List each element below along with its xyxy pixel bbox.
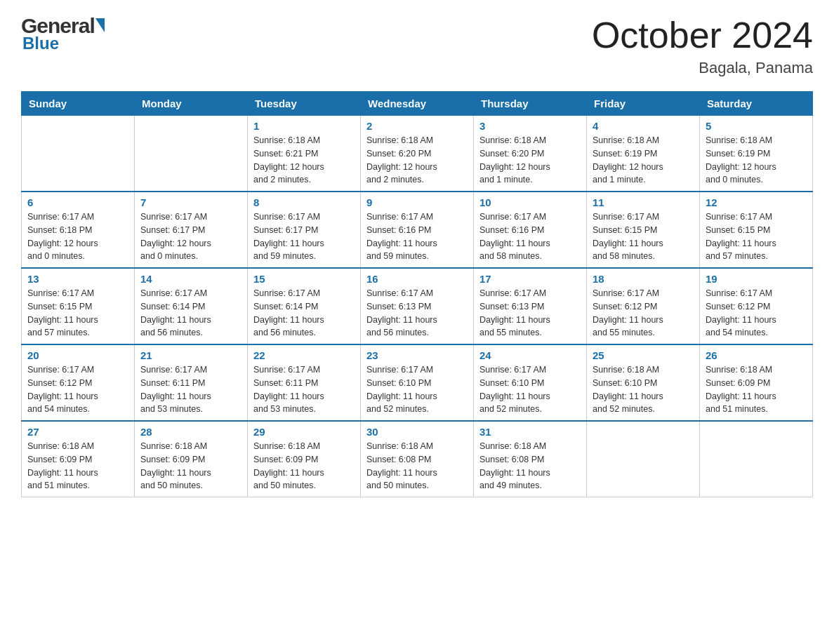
calendar-cell: 10Sunrise: 6:17 AM Sunset: 6:16 PM Dayli… [474, 192, 587, 268]
day-info: Sunrise: 6:17 AM Sunset: 6:12 PM Dayligh… [593, 287, 694, 340]
day-number: 5 [706, 120, 807, 132]
day-number: 8 [253, 196, 355, 208]
calendar-header-wednesday: Wednesday [361, 92, 474, 116]
day-number: 24 [479, 349, 581, 361]
calendar-header-saturday: Saturday [700, 92, 813, 116]
day-info: Sunrise: 6:17 AM Sunset: 6:13 PM Dayligh… [366, 287, 468, 340]
day-number: 30 [366, 426, 468, 438]
calendar-cell: 11Sunrise: 6:17 AM Sunset: 6:15 PM Dayli… [587, 192, 700, 268]
day-number: 26 [706, 349, 807, 361]
day-number: 20 [27, 349, 128, 361]
day-info: Sunrise: 6:17 AM Sunset: 6:15 PM Dayligh… [27, 287, 128, 340]
calendar-header-row: SundayMondayTuesdayWednesdayThursdayFrid… [22, 92, 813, 116]
day-number: 21 [140, 349, 241, 361]
calendar-cell: 2Sunrise: 6:18 AM Sunset: 6:20 PM Daylig… [361, 116, 474, 192]
calendar-cell [135, 116, 248, 192]
day-info: Sunrise: 6:17 AM Sunset: 6:15 PM Dayligh… [593, 210, 694, 263]
calendar-header-thursday: Thursday [474, 92, 587, 116]
day-number: 14 [140, 273, 241, 285]
calendar-cell: 1Sunrise: 6:18 AM Sunset: 6:21 PM Daylig… [248, 116, 361, 192]
page-header: General Blue October 2024 Bagala, Panama [21, 14, 813, 77]
calendar-cell: 23Sunrise: 6:17 AM Sunset: 6:10 PM Dayli… [361, 344, 474, 421]
calendar-cell: 6Sunrise: 6:17 AM Sunset: 6:18 PM Daylig… [22, 192, 135, 268]
day-info: Sunrise: 6:17 AM Sunset: 6:14 PM Dayligh… [253, 287, 355, 340]
day-number: 31 [479, 426, 581, 438]
day-info: Sunrise: 6:17 AM Sunset: 6:10 PM Dayligh… [366, 363, 468, 416]
calendar-cell: 25Sunrise: 6:18 AM Sunset: 6:10 PM Dayli… [587, 344, 700, 421]
day-number: 9 [366, 196, 468, 208]
day-info: Sunrise: 6:18 AM Sunset: 6:08 PM Dayligh… [366, 440, 468, 492]
day-info: Sunrise: 6:17 AM Sunset: 6:12 PM Dayligh… [27, 363, 128, 416]
day-info: Sunrise: 6:18 AM Sunset: 6:20 PM Dayligh… [366, 134, 468, 187]
day-number: 10 [479, 196, 581, 208]
calendar-week-5: 27Sunrise: 6:18 AM Sunset: 6:09 PM Dayli… [22, 421, 813, 497]
day-number: 17 [479, 273, 581, 285]
day-info: Sunrise: 6:18 AM Sunset: 6:09 PM Dayligh… [706, 363, 807, 416]
day-number: 2 [366, 120, 468, 132]
calendar-cell: 30Sunrise: 6:18 AM Sunset: 6:08 PM Dayli… [361, 421, 474, 497]
day-number: 7 [140, 196, 241, 208]
day-number: 25 [593, 349, 694, 361]
day-info: Sunrise: 6:18 AM Sunset: 6:19 PM Dayligh… [593, 134, 694, 187]
calendar-cell: 29Sunrise: 6:18 AM Sunset: 6:09 PM Dayli… [248, 421, 361, 497]
calendar-week-2: 6Sunrise: 6:17 AM Sunset: 6:18 PM Daylig… [22, 192, 813, 268]
calendar-cell: 17Sunrise: 6:17 AM Sunset: 6:13 PM Dayli… [474, 268, 587, 344]
subtitle: Bagala, Panama [592, 59, 813, 77]
day-info: Sunrise: 6:17 AM Sunset: 6:11 PM Dayligh… [140, 363, 241, 416]
day-number: 12 [706, 196, 807, 208]
day-info: Sunrise: 6:17 AM Sunset: 6:17 PM Dayligh… [253, 210, 355, 263]
day-info: Sunrise: 6:18 AM Sunset: 6:20 PM Dayligh… [479, 134, 581, 187]
calendar-cell: 14Sunrise: 6:17 AM Sunset: 6:14 PM Dayli… [135, 268, 248, 344]
day-info: Sunrise: 6:18 AM Sunset: 6:21 PM Dayligh… [253, 134, 355, 187]
day-info: Sunrise: 6:17 AM Sunset: 6:10 PM Dayligh… [479, 363, 581, 416]
calendar-cell: 7Sunrise: 6:17 AM Sunset: 6:17 PM Daylig… [135, 192, 248, 268]
calendar-cell: 16Sunrise: 6:17 AM Sunset: 6:13 PM Dayli… [361, 268, 474, 344]
day-info: Sunrise: 6:17 AM Sunset: 6:17 PM Dayligh… [140, 210, 241, 263]
calendar-cell [587, 421, 700, 497]
calendar-cell: 13Sunrise: 6:17 AM Sunset: 6:15 PM Dayli… [22, 268, 135, 344]
day-number: 22 [253, 349, 355, 361]
day-info: Sunrise: 6:17 AM Sunset: 6:18 PM Dayligh… [27, 210, 128, 263]
day-number: 6 [27, 196, 128, 208]
calendar-header-friday: Friday [587, 92, 700, 116]
day-number: 16 [366, 273, 468, 285]
title-block: October 2024 Bagala, Panama [592, 14, 813, 77]
day-info: Sunrise: 6:17 AM Sunset: 6:11 PM Dayligh… [253, 363, 355, 416]
calendar-week-3: 13Sunrise: 6:17 AM Sunset: 6:15 PM Dayli… [22, 268, 813, 344]
day-info: Sunrise: 6:18 AM Sunset: 6:09 PM Dayligh… [140, 440, 241, 492]
calendar-header-sunday: Sunday [22, 92, 135, 116]
day-number: 13 [27, 273, 128, 285]
calendar-cell: 18Sunrise: 6:17 AM Sunset: 6:12 PM Dayli… [587, 268, 700, 344]
calendar-header-monday: Monday [135, 92, 248, 116]
calendar-week-1: 1Sunrise: 6:18 AM Sunset: 6:21 PM Daylig… [22, 116, 813, 192]
calendar-cell: 5Sunrise: 6:18 AM Sunset: 6:19 PM Daylig… [700, 116, 813, 192]
calendar-cell: 15Sunrise: 6:17 AM Sunset: 6:14 PM Dayli… [248, 268, 361, 344]
calendar-cell: 28Sunrise: 6:18 AM Sunset: 6:09 PM Dayli… [135, 421, 248, 497]
day-number: 19 [706, 273, 807, 285]
day-number: 3 [479, 120, 581, 132]
calendar-table: SundayMondayTuesdayWednesdayThursdayFrid… [21, 91, 813, 497]
calendar-cell: 21Sunrise: 6:17 AM Sunset: 6:11 PM Dayli… [135, 344, 248, 421]
day-info: Sunrise: 6:17 AM Sunset: 6:16 PM Dayligh… [479, 210, 581, 263]
calendar-cell: 24Sunrise: 6:17 AM Sunset: 6:10 PM Dayli… [474, 344, 587, 421]
logo-blue-text: Blue [22, 34, 59, 53]
day-number: 1 [253, 120, 355, 132]
day-number: 4 [593, 120, 694, 132]
day-number: 28 [140, 426, 241, 438]
logo: General Blue [21, 14, 105, 53]
day-info: Sunrise: 6:17 AM Sunset: 6:15 PM Dayligh… [706, 210, 807, 263]
calendar-header-tuesday: Tuesday [248, 92, 361, 116]
calendar-cell: 20Sunrise: 6:17 AM Sunset: 6:12 PM Dayli… [22, 344, 135, 421]
calendar-cell: 4Sunrise: 6:18 AM Sunset: 6:19 PM Daylig… [587, 116, 700, 192]
day-number: 11 [593, 196, 694, 208]
calendar-cell: 19Sunrise: 6:17 AM Sunset: 6:12 PM Dayli… [700, 268, 813, 344]
calendar-cell: 22Sunrise: 6:17 AM Sunset: 6:11 PM Dayli… [248, 344, 361, 421]
calendar-cell [22, 116, 135, 192]
day-info: Sunrise: 6:17 AM Sunset: 6:12 PM Dayligh… [706, 287, 807, 340]
main-title: October 2024 [592, 14, 813, 56]
day-info: Sunrise: 6:18 AM Sunset: 6:10 PM Dayligh… [593, 363, 694, 416]
logo-triangle-icon [95, 18, 105, 32]
day-info: Sunrise: 6:18 AM Sunset: 6:09 PM Dayligh… [27, 440, 128, 492]
calendar-cell: 26Sunrise: 6:18 AM Sunset: 6:09 PM Dayli… [700, 344, 813, 421]
day-info: Sunrise: 6:18 AM Sunset: 6:19 PM Dayligh… [706, 134, 807, 187]
